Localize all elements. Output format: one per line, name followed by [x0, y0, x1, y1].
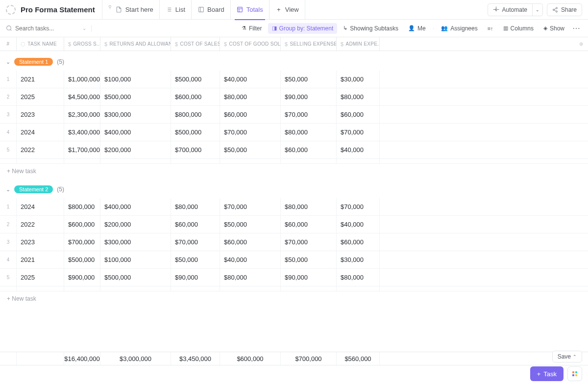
- cell-selling[interactable]: $90,000: [281, 88, 337, 105]
- table-row[interactable]: 1 2024 $800,000 $400,000 $80,000 $70,000…: [0, 198, 588, 216]
- cell-cost-sales[interactable]: $600,000: [171, 88, 220, 105]
- add-task-link[interactable]: + New task: [0, 164, 588, 179]
- cell-cost-good[interactable]: $50,000: [220, 141, 281, 158]
- cell-cost-sales[interactable]: $80,000: [171, 198, 220, 215]
- collapse-icon[interactable]: ⌄: [6, 186, 10, 193]
- cell-cost-good[interactable]: $40,000: [220, 71, 281, 88]
- columns-chip[interactable]: ▥Columns: [499, 23, 538, 34]
- cell-gross[interactable]: $900,000: [64, 269, 100, 286]
- cell-cost-good[interactable]: $70,000: [220, 124, 281, 141]
- cell-admin[interactable]: $70,000: [337, 124, 380, 141]
- cell-returns[interactable]: $400,000: [100, 198, 171, 215]
- cell-selling[interactable]: $60,000: [281, 141, 337, 158]
- cell-admin[interactable]: $80,000: [337, 269, 380, 286]
- cell-returns[interactable]: $300,000: [100, 106, 171, 123]
- cell-cost-sales[interactable]: $500,000: [171, 71, 220, 88]
- cell-admin[interactable]: $70,000: [337, 198, 380, 215]
- cell-returns[interactable]: $100,000: [100, 251, 171, 268]
- tab-add-view[interactable]: + View: [269, 0, 305, 20]
- cell-cost-sales[interactable]: $800,000: [171, 106, 220, 123]
- cell-gross[interactable]: $500,000: [64, 251, 100, 268]
- share-button[interactable]: Share: [547, 3, 582, 16]
- header-returns[interactable]: $RETURNS AND ALLOWANC...: [100, 37, 171, 51]
- table-row[interactable]: 4 2024 $3,400,000 $400,000 $500,000 $70,…: [0, 124, 588, 141]
- cell-gross[interactable]: $1,700,000: [64, 141, 100, 158]
- cell-cost-good[interactable]: $60,000: [220, 106, 281, 123]
- workspace-icon[interactable]: [6, 5, 16, 15]
- tab-totals[interactable]: Totals: [230, 0, 269, 20]
- header-cost-sales[interactable]: $COST OF SALES: [171, 37, 220, 51]
- cell-cost-good[interactable]: $40,000: [220, 251, 281, 268]
- cell-name[interactable]: 2022: [17, 216, 64, 233]
- cell-admin[interactable]: $30,000: [337, 71, 380, 88]
- cell-admin[interactable]: $80,000: [337, 88, 380, 105]
- cell-gross[interactable]: $1,000,000: [64, 71, 100, 88]
- cell-returns[interactable]: $200,000: [100, 141, 171, 158]
- table-row[interactable]: 1 2021 $1,000,000 $100,000 $500,000 $40,…: [0, 71, 588, 88]
- cell-admin[interactable]: $30,000: [337, 251, 380, 268]
- table-row[interactable]: 5 2025 $900,000 $500,000 $90,000 $80,000…: [0, 269, 588, 286]
- more-icon[interactable]: ⋯: [570, 24, 582, 33]
- header-selling[interactable]: $SELLING EXPENSES: [281, 37, 337, 51]
- cell-name[interactable]: 2025: [17, 88, 64, 105]
- cell-name[interactable]: 2024: [17, 124, 64, 141]
- cell-selling[interactable]: $50,000: [281, 251, 337, 268]
- tab-board[interactable]: Board: [191, 0, 230, 20]
- cell-cost-good[interactable]: $50,000: [220, 216, 281, 233]
- cell-admin[interactable]: $40,000: [337, 216, 380, 233]
- cell-name[interactable]: 2021: [17, 251, 64, 268]
- cell-name[interactable]: 2024: [17, 198, 64, 215]
- cell-selling[interactable]: $90,000: [281, 269, 337, 286]
- cell-cost-sales[interactable]: $90,000: [171, 269, 220, 286]
- cell-returns[interactable]: $400,000: [100, 124, 171, 141]
- cell-gross[interactable]: $4,500,000: [64, 88, 100, 105]
- cell-cost-sales[interactable]: $500,000: [171, 124, 220, 141]
- cell-name[interactable]: 2025: [17, 269, 64, 286]
- group-by-chip[interactable]: ◨Group by: Statement: [268, 23, 338, 34]
- automate-button[interactable]: Automate: [488, 3, 533, 16]
- cell-cost-sales[interactable]: $60,000: [171, 216, 220, 233]
- table-row[interactable]: 3 2023 $700,000 $300,000 $70,000 $60,000…: [0, 233, 588, 251]
- chevron-down-icon[interactable]: ⌄: [82, 26, 86, 31]
- cell-gross[interactable]: $800,000: [64, 198, 100, 215]
- cell-name[interactable]: 2023: [17, 106, 64, 123]
- me-chip[interactable]: 👤Me: [404, 23, 430, 34]
- cell-cost-good[interactable]: $60,000: [220, 233, 281, 251]
- collapse-icon[interactable]: ⌄: [6, 59, 10, 65]
- cell-selling[interactable]: $80,000: [281, 124, 337, 141]
- cell-gross[interactable]: $700,000: [64, 233, 100, 251]
- cell-cost-sales[interactable]: $50,000: [171, 251, 220, 268]
- sort-chip[interactable]: ≡↑: [484, 24, 497, 33]
- cell-returns[interactable]: $500,000: [100, 269, 171, 286]
- table-row[interactable]: 3 2023 $2,300,000 $300,000 $800,000 $60,…: [0, 106, 588, 124]
- table-row[interactable]: 4 2021 $500,000 $100,000 $50,000 $40,000…: [0, 251, 588, 269]
- header-task-name[interactable]: ◌TASK NAME: [17, 37, 64, 51]
- cell-name[interactable]: 2022: [17, 141, 64, 158]
- table-row[interactable]: 2 2025 $4,500,000 $500,000 $600,000 $80,…: [0, 88, 588, 106]
- automate-dropdown[interactable]: ⌄: [533, 3, 543, 16]
- cell-selling[interactable]: $50,000: [281, 71, 337, 88]
- cell-admin[interactable]: $60,000: [337, 233, 380, 251]
- cell-returns[interactable]: $300,000: [100, 233, 171, 251]
- group-pill[interactable]: Statement 2: [14, 185, 53, 193]
- cell-selling[interactable]: $70,000: [281, 106, 337, 123]
- cell-cost-sales[interactable]: $70,000: [171, 233, 220, 251]
- tab-list[interactable]: List: [159, 0, 191, 20]
- add-task-link[interactable]: + New task: [0, 291, 588, 306]
- subtasks-chip[interactable]: ↳Showing Subtasks: [339, 23, 402, 34]
- cell-returns[interactable]: $500,000: [100, 88, 171, 105]
- cell-admin[interactable]: $60,000: [337, 106, 380, 123]
- cell-cost-sales[interactable]: $700,000: [171, 141, 220, 158]
- header-gross[interactable]: $GROSS S...: [64, 37, 100, 51]
- cell-cost-good[interactable]: $80,000: [220, 269, 281, 286]
- cell-selling[interactable]: $70,000: [281, 233, 337, 251]
- add-column-button[interactable]: ⊕: [574, 37, 588, 51]
- cell-selling[interactable]: $60,000: [281, 216, 337, 233]
- cell-gross[interactable]: $2,300,000: [64, 106, 100, 123]
- cell-admin[interactable]: $40,000: [337, 141, 380, 158]
- tab-start-here[interactable]: ⚲ Start here: [102, 0, 159, 20]
- table-row[interactable]: 2 2022 $600,000 $200,000 $60,000 $50,000…: [0, 216, 588, 233]
- cell-cost-good[interactable]: $80,000: [220, 88, 281, 105]
- table-row[interactable]: 5 2022 $1,700,000 $200,000 $700,000 $50,…: [0, 141, 588, 159]
- cell-name[interactable]: 2021: [17, 71, 64, 88]
